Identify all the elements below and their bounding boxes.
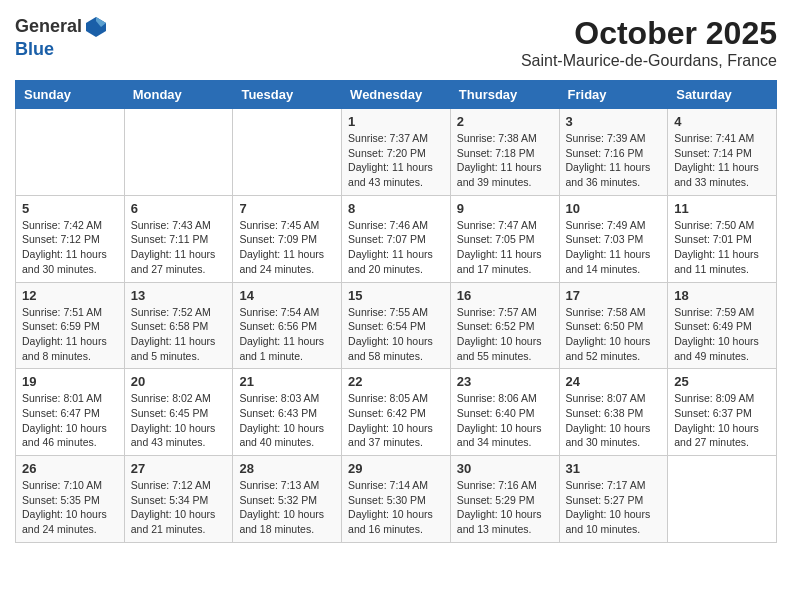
day-info: Sunrise: 8:02 AM Sunset: 6:45 PM Dayligh…: [131, 391, 227, 450]
calendar-cell: 7Sunrise: 7:45 AM Sunset: 7:09 PM Daylig…: [233, 195, 342, 282]
day-number: 29: [348, 461, 444, 476]
day-info: Sunrise: 8:07 AM Sunset: 6:38 PM Dayligh…: [566, 391, 662, 450]
day-number: 30: [457, 461, 553, 476]
day-info: Sunrise: 7:12 AM Sunset: 5:34 PM Dayligh…: [131, 478, 227, 537]
calendar-cell: [124, 109, 233, 196]
calendar-week-row: 1Sunrise: 7:37 AM Sunset: 7:20 PM Daylig…: [16, 109, 777, 196]
calendar-week-row: 19Sunrise: 8:01 AM Sunset: 6:47 PM Dayli…: [16, 369, 777, 456]
calendar-cell: [16, 109, 125, 196]
calendar-cell: 30Sunrise: 7:16 AM Sunset: 5:29 PM Dayli…: [450, 456, 559, 543]
logo-general-text: General: [15, 16, 82, 38]
day-info: Sunrise: 7:55 AM Sunset: 6:54 PM Dayligh…: [348, 305, 444, 364]
calendar-cell: 2Sunrise: 7:38 AM Sunset: 7:18 PM Daylig…: [450, 109, 559, 196]
day-number: 28: [239, 461, 335, 476]
weekday-header: Saturday: [668, 81, 777, 109]
calendar-cell: [668, 456, 777, 543]
day-number: 11: [674, 201, 770, 216]
calendar-table: SundayMondayTuesdayWednesdayThursdayFrid…: [15, 80, 777, 543]
day-number: 17: [566, 288, 662, 303]
calendar-cell: 20Sunrise: 8:02 AM Sunset: 6:45 PM Dayli…: [124, 369, 233, 456]
calendar-cell: 17Sunrise: 7:58 AM Sunset: 6:50 PM Dayli…: [559, 282, 668, 369]
day-number: 14: [239, 288, 335, 303]
logo: General Blue: [15, 15, 108, 60]
day-number: 4: [674, 114, 770, 129]
calendar-cell: 23Sunrise: 8:06 AM Sunset: 6:40 PM Dayli…: [450, 369, 559, 456]
day-info: Sunrise: 7:37 AM Sunset: 7:20 PM Dayligh…: [348, 131, 444, 190]
calendar-week-row: 12Sunrise: 7:51 AM Sunset: 6:59 PM Dayli…: [16, 282, 777, 369]
weekday-header: Monday: [124, 81, 233, 109]
day-info: Sunrise: 7:46 AM Sunset: 7:07 PM Dayligh…: [348, 218, 444, 277]
calendar-cell: 1Sunrise: 7:37 AM Sunset: 7:20 PM Daylig…: [342, 109, 451, 196]
calendar-cell: 26Sunrise: 7:10 AM Sunset: 5:35 PM Dayli…: [16, 456, 125, 543]
day-info: Sunrise: 8:01 AM Sunset: 6:47 PM Dayligh…: [22, 391, 118, 450]
day-number: 22: [348, 374, 444, 389]
day-number: 27: [131, 461, 227, 476]
day-info: Sunrise: 8:05 AM Sunset: 6:42 PM Dayligh…: [348, 391, 444, 450]
calendar-cell: 29Sunrise: 7:14 AM Sunset: 5:30 PM Dayli…: [342, 456, 451, 543]
calendar-cell: 15Sunrise: 7:55 AM Sunset: 6:54 PM Dayli…: [342, 282, 451, 369]
day-info: Sunrise: 7:10 AM Sunset: 5:35 PM Dayligh…: [22, 478, 118, 537]
day-number: 31: [566, 461, 662, 476]
page-header: General Blue October 2025 Saint-Maurice-…: [15, 15, 777, 70]
day-number: 20: [131, 374, 227, 389]
calendar-cell: 5Sunrise: 7:42 AM Sunset: 7:12 PM Daylig…: [16, 195, 125, 282]
day-info: Sunrise: 7:17 AM Sunset: 5:27 PM Dayligh…: [566, 478, 662, 537]
day-info: Sunrise: 7:41 AM Sunset: 7:14 PM Dayligh…: [674, 131, 770, 190]
day-number: 6: [131, 201, 227, 216]
day-info: Sunrise: 7:51 AM Sunset: 6:59 PM Dayligh…: [22, 305, 118, 364]
logo-icon: [84, 15, 108, 39]
day-number: 5: [22, 201, 118, 216]
day-number: 3: [566, 114, 662, 129]
day-number: 18: [674, 288, 770, 303]
day-info: Sunrise: 7:14 AM Sunset: 5:30 PM Dayligh…: [348, 478, 444, 537]
day-info: Sunrise: 7:59 AM Sunset: 6:49 PM Dayligh…: [674, 305, 770, 364]
calendar-cell: 8Sunrise: 7:46 AM Sunset: 7:07 PM Daylig…: [342, 195, 451, 282]
calendar-cell: 12Sunrise: 7:51 AM Sunset: 6:59 PM Dayli…: [16, 282, 125, 369]
weekday-header: Sunday: [16, 81, 125, 109]
day-number: 9: [457, 201, 553, 216]
logo-blue-text: Blue: [15, 39, 108, 60]
calendar-header-row: SundayMondayTuesdayWednesdayThursdayFrid…: [16, 81, 777, 109]
calendar-cell: 24Sunrise: 8:07 AM Sunset: 6:38 PM Dayli…: [559, 369, 668, 456]
day-info: Sunrise: 7:42 AM Sunset: 7:12 PM Dayligh…: [22, 218, 118, 277]
calendar-cell: 22Sunrise: 8:05 AM Sunset: 6:42 PM Dayli…: [342, 369, 451, 456]
day-info: Sunrise: 7:39 AM Sunset: 7:16 PM Dayligh…: [566, 131, 662, 190]
day-info: Sunrise: 7:54 AM Sunset: 6:56 PM Dayligh…: [239, 305, 335, 364]
day-info: Sunrise: 7:47 AM Sunset: 7:05 PM Dayligh…: [457, 218, 553, 277]
day-number: 12: [22, 288, 118, 303]
calendar-cell: 21Sunrise: 8:03 AM Sunset: 6:43 PM Dayli…: [233, 369, 342, 456]
calendar-cell: 19Sunrise: 8:01 AM Sunset: 6:47 PM Dayli…: [16, 369, 125, 456]
day-info: Sunrise: 7:45 AM Sunset: 7:09 PM Dayligh…: [239, 218, 335, 277]
day-info: Sunrise: 7:52 AM Sunset: 6:58 PM Dayligh…: [131, 305, 227, 364]
day-info: Sunrise: 7:50 AM Sunset: 7:01 PM Dayligh…: [674, 218, 770, 277]
day-number: 13: [131, 288, 227, 303]
day-info: Sunrise: 7:16 AM Sunset: 5:29 PM Dayligh…: [457, 478, 553, 537]
day-number: 8: [348, 201, 444, 216]
calendar-cell: 4Sunrise: 7:41 AM Sunset: 7:14 PM Daylig…: [668, 109, 777, 196]
day-number: 23: [457, 374, 553, 389]
day-number: 1: [348, 114, 444, 129]
calendar-week-row: 5Sunrise: 7:42 AM Sunset: 7:12 PM Daylig…: [16, 195, 777, 282]
day-number: 26: [22, 461, 118, 476]
day-info: Sunrise: 7:13 AM Sunset: 5:32 PM Dayligh…: [239, 478, 335, 537]
day-info: Sunrise: 7:57 AM Sunset: 6:52 PM Dayligh…: [457, 305, 553, 364]
day-number: 25: [674, 374, 770, 389]
calendar-cell: 13Sunrise: 7:52 AM Sunset: 6:58 PM Dayli…: [124, 282, 233, 369]
calendar-cell: 27Sunrise: 7:12 AM Sunset: 5:34 PM Dayli…: [124, 456, 233, 543]
weekday-header: Wednesday: [342, 81, 451, 109]
calendar-cell: 18Sunrise: 7:59 AM Sunset: 6:49 PM Dayli…: [668, 282, 777, 369]
calendar-cell: 11Sunrise: 7:50 AM Sunset: 7:01 PM Dayli…: [668, 195, 777, 282]
day-number: 7: [239, 201, 335, 216]
calendar-cell: 6Sunrise: 7:43 AM Sunset: 7:11 PM Daylig…: [124, 195, 233, 282]
day-info: Sunrise: 7:49 AM Sunset: 7:03 PM Dayligh…: [566, 218, 662, 277]
calendar-cell: 14Sunrise: 7:54 AM Sunset: 6:56 PM Dayli…: [233, 282, 342, 369]
day-number: 15: [348, 288, 444, 303]
weekday-header: Tuesday: [233, 81, 342, 109]
title-section: October 2025 Saint-Maurice-de-Gourdans, …: [521, 15, 777, 70]
day-info: Sunrise: 8:09 AM Sunset: 6:37 PM Dayligh…: [674, 391, 770, 450]
day-info: Sunrise: 8:06 AM Sunset: 6:40 PM Dayligh…: [457, 391, 553, 450]
calendar-cell: 16Sunrise: 7:57 AM Sunset: 6:52 PM Dayli…: [450, 282, 559, 369]
weekday-header: Thursday: [450, 81, 559, 109]
calendar-cell: 31Sunrise: 7:17 AM Sunset: 5:27 PM Dayli…: [559, 456, 668, 543]
weekday-header: Friday: [559, 81, 668, 109]
